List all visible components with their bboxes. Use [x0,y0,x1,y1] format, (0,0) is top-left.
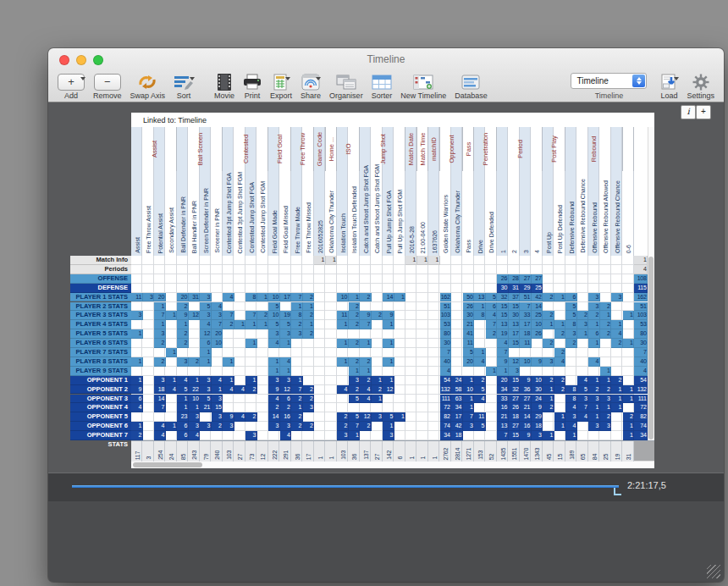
matrix-cell[interactable]: 2 [372,311,383,320]
column-group-header[interactable]: Pass [463,127,475,171]
matrix-cell[interactable]: 3 [177,357,189,367]
matrix-cell[interactable]: 2 [303,422,315,431]
column-header[interactable]: Defensive Rebound Chance [577,171,589,256]
matrix-cell[interactable]: 2 [349,357,361,367]
share-button[interactable]: Share [296,71,325,102]
matrix-cell[interactable]: 2 [360,357,372,367]
matrix-cell[interactable]: 2 [611,339,623,348]
matrix-cell[interactable]: 1 [257,293,269,302]
matrix-cell[interactable]: 21 [497,412,509,422]
matrix-cell[interactable]: 2 [291,422,303,431]
matrix-cell[interactable]: 2 [154,339,166,348]
matrix-cell[interactable]: 7 [497,348,509,357]
matrix-cell[interactable]: 1 [554,422,566,431]
matrix-cell[interactable]: 3 [588,422,600,431]
matrix-cell[interactable]: 26 [532,329,543,339]
row-label[interactable]: OPPONENT 5 STATS [70,412,131,422]
matrix-cell[interactable]: 1 [200,357,212,367]
database-button[interactable]: Database [450,71,492,102]
matrix-cell[interactable]: 5 [577,385,589,395]
matrix-cell[interactable]: 19 [280,311,292,320]
matrix-cell[interactable]: 1 [428,256,440,265]
column-group-header[interactable]: Game Code [314,127,326,171]
matrix-cell[interactable]: 12 [280,385,292,395]
matrix-cell[interactable]: 2 [349,302,361,312]
column-header[interactable]: Contested Jump Shot FGM [257,171,269,256]
matrix-cell[interactable]: 32 [509,385,521,395]
matrix-cell[interactable]: 20 [154,293,166,302]
matrix-cell[interactable]: 5 [565,311,577,320]
matrix-cell[interactable]: 2 [337,412,349,422]
matrix-cell[interactable]: 1 [131,357,143,367]
matrix-cell[interactable]: 10 [337,293,349,302]
column-group-header[interactable]: Penetration [474,127,497,171]
column-header[interactable]: Offensive Rebound Allowed [600,171,612,256]
matrix-cell[interactable]: 2 [177,339,189,348]
matrix-cell[interactable]: 8 [565,320,577,329]
matrix-cell[interactable]: 2 [337,422,349,431]
matrix-cell[interactable]: 2 [291,395,303,404]
matrix-cell[interactable]: 42 [451,422,463,431]
matrix-cell[interactable]: 4 [554,357,566,367]
matrix-cell[interactable]: 9 [532,357,543,367]
matrix-cell[interactable]: 26 [509,403,521,412]
matrix-cell[interactable]: 3 [291,329,303,339]
resize-grip-icon[interactable] [707,565,720,578]
load-button[interactable]: Load [655,71,682,102]
matrix-cell[interactable]: 6 [177,431,189,440]
matrix-cell[interactable]: 2 [360,422,372,431]
matrix-cell[interactable]: 3 [383,431,394,440]
row-label[interactable]: PLAYER 3 STATS [70,311,131,320]
matrix-cell[interactable]: 18 [509,412,521,422]
matrix-cell[interactable]: 63 [451,395,463,404]
column-group-header[interactable]: Contested [223,127,268,171]
matrix-cell[interactable]: 4 [474,357,486,367]
matrix-cell[interactable]: 34 [440,431,452,440]
matrix-cell[interactable]: 11 [131,293,143,302]
matrix-cell[interactable]: 2 [268,403,280,412]
matrix-cell[interactable]: 27 [509,422,521,431]
matrix-cell[interactable]: 103 [440,311,452,320]
matrix-cell[interactable]: 1 [245,320,257,329]
matrix-cell[interactable]: 1 [474,302,486,312]
matrix-cell[interactable]: 29 [520,284,532,293]
matrix-cell[interactable]: 27 [520,274,532,284]
matrix-cell[interactable]: 3 [337,431,349,440]
matrix-cell[interactable]: 11 [337,311,349,320]
matrix-cell[interactable]: 1 [611,320,623,329]
column-header[interactable]: 2016-5-28 [405,171,417,256]
matrix-cell[interactable]: 13 [474,293,486,302]
column-header[interactable]: 2 [509,171,521,256]
swap-axis-button[interactable]: Swap Axis [126,71,170,102]
horizontal-scrollbar[interactable] [131,461,654,468]
column-header[interactable]: Field Goal Made [268,171,280,256]
column-header[interactable]: Defensive Rebound [565,171,577,256]
matrix-cell[interactable]: 2 [543,293,554,302]
matrix-cell[interactable]: 1 [268,357,280,367]
matrix-cell[interactable]: 4 [497,339,509,348]
matrix-cell[interactable]: 58 [451,385,463,395]
matrix-cell[interactable]: 3 [189,422,201,431]
matrix-cell[interactable]: 4 [611,329,623,339]
matrix-cell[interactable]: 3 [280,376,292,385]
row-label[interactable]: PLAYER 2 STATS [70,302,131,312]
matrix-cell[interactable]: 7 [577,403,589,412]
column-group-header[interactable]: Home ... [326,127,338,171]
column-header[interactable]: Pass [463,171,475,256]
matrix-cell[interactable]: 30 [497,284,509,293]
column-header[interactable]: Offensive Rebound [588,171,600,256]
matrix-cell[interactable]: 7 [291,293,303,302]
matrix-cell[interactable]: 1 [291,403,303,412]
column-group-header[interactable]: Assist [131,127,177,171]
matrix-cell[interactable]: 2 [223,320,234,329]
matrix-cell[interactable]: 5 [268,320,280,329]
matrix-cell[interactable]: 16 [520,422,532,431]
column-group-header[interactable]: Rebound [565,127,623,171]
matrix-cell[interactable]: 2 [349,320,361,329]
matrix-cell[interactable]: 27 [520,395,532,404]
matrix-cell[interactable]: 34 [451,403,463,412]
matrix-cell[interactable]: 28 [509,274,521,284]
matrix-cell[interactable]: 1 [303,320,315,329]
matrix-cell[interactable]: 1 [349,431,361,440]
matrix-cell[interactable]: 3 [611,293,623,302]
